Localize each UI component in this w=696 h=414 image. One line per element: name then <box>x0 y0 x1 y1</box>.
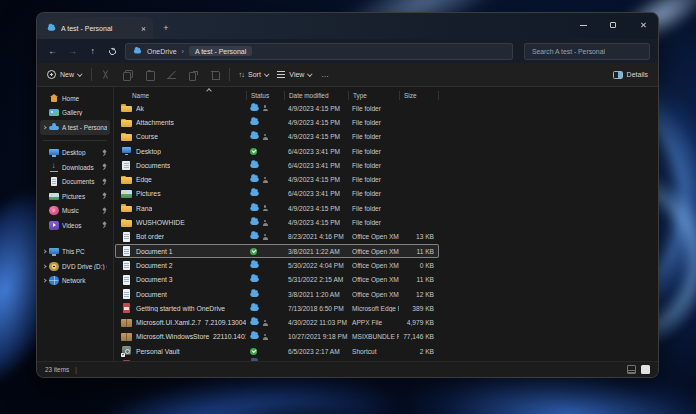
file-row[interactable]: Microsoft.WindowsStore_22110.1401.10.0..… <box>115 330 439 344</box>
appx-package-icon <box>121 317 132 328</box>
rename-icon[interactable] <box>167 70 176 79</box>
file-row[interactable]: Documents6/4/2023 3:41 PMFile folder <box>115 158 439 172</box>
up-button[interactable]: ↑ <box>85 46 100 56</box>
tab-a-test-personal[interactable]: A test - Personal <box>41 17 153 39</box>
cut-icon[interactable] <box>101 70 110 79</box>
column-header-type[interactable]: Type <box>348 91 399 100</box>
file-type: Microsoft Edge P... <box>348 305 399 312</box>
word-document-icon <box>121 231 132 242</box>
date-modified: 4/9/2023 4:15 PM <box>284 205 348 212</box>
minimize-button[interactable] <box>568 13 598 37</box>
onedrive-cloud-icon <box>48 26 56 30</box>
expand-chevron-icon[interactable] <box>42 279 46 283</box>
expand-chevron-icon[interactable] <box>42 250 46 254</box>
breadcrumb-current-folder[interactable]: A test - Personal <box>189 46 252 56</box>
share-icon[interactable] <box>189 70 198 79</box>
file-row[interactable]: Desktop6/4/2023 3:41 PMFile folder <box>115 144 439 158</box>
date-modified: 4/9/2023 4:15 PM <box>284 105 348 112</box>
cloud-status-icon <box>250 234 259 239</box>
expand-chevron-icon[interactable] <box>42 264 46 268</box>
status-cell <box>246 148 284 155</box>
details-pane-button[interactable]: Details <box>613 71 648 79</box>
breadcrumb[interactable]: OneDrive › A test - Personal <box>125 43 513 60</box>
delete-icon[interactable] <box>211 70 220 79</box>
view-button[interactable]: View <box>277 71 312 78</box>
sidebar-item-home[interactable]: Home <box>40 91 110 106</box>
sidebar-item-dvd-drive-d-ccc[interactable]: DVD Drive (D:) CCC <box>40 259 110 274</box>
sort-button[interactable]: ↑↓ Sort <box>239 70 269 79</box>
maximize-button[interactable] <box>598 13 628 37</box>
file-row[interactable]: Ak4/9/2023 4:15 PMFile folder <box>115 101 439 115</box>
status-cell <box>246 263 284 268</box>
downloads-icon <box>49 162 59 172</box>
new-plus-icon <box>47 70 56 79</box>
file-type: File folder <box>348 176 399 183</box>
tab-bar: A test - Personal + <box>37 13 658 39</box>
details-view-toggle-icon[interactable] <box>627 365 636 374</box>
file-row[interactable]: Microsoft.UI.Xaml.2.7_7.2109.13004.0_x64… <box>115 315 439 329</box>
new-button[interactable]: New <box>47 70 82 79</box>
expand-chevron-icon[interactable] <box>42 125 46 129</box>
partial-file-row[interactable] <box>115 358 439 361</box>
breadcrumb-onedrive[interactable]: OneDrive <box>147 48 177 55</box>
file-row[interactable]: Rana4/9/2023 4:15 PMFile folder <box>115 201 439 215</box>
column-header-name[interactable]: Name <box>115 91 246 100</box>
column-header-date-modified[interactable]: Date modified <box>284 91 348 100</box>
refresh-icon[interactable] <box>108 46 117 55</box>
breadcrumb-chevron-icon: › <box>182 48 184 55</box>
file-size: 12 KB <box>399 291 438 298</box>
pin-icon <box>101 179 107 185</box>
tab-close-icon[interactable] <box>141 25 147 31</box>
file-row[interactable]: Document 25/30/2022 4:04 PMOffice Open X… <box>115 258 439 272</box>
command-toolbar: New ↑↓ Sort View … Details <box>37 63 658 87</box>
new-tab-button[interactable]: + <box>158 19 174 37</box>
chevron-down-icon <box>264 71 269 76</box>
column-header-status[interactable]: Status <box>246 91 284 100</box>
file-row[interactable]: Document3/8/2021 1:20 AMOffice Open XML … <box>115 287 439 301</box>
file-row[interactable]: Edge4/9/2023 4:15 PMFile folder <box>115 172 439 186</box>
sidebar-item-label: Documents <box>62 178 98 185</box>
large-icons-view-toggle-icon[interactable] <box>641 365 650 374</box>
copy-icon[interactable] <box>123 70 132 79</box>
file-row[interactable]: Getting started with OneDrive7/13/2018 6… <box>115 301 439 315</box>
sidebar-item-music[interactable]: Music <box>40 204 110 219</box>
file-row[interactable]: Course4/9/2023 4:15 PMFile folder <box>115 130 439 144</box>
see-more-button[interactable]: … <box>321 70 329 79</box>
sidebar-item-a-test-personal[interactable]: A test - Personal <box>40 120 110 135</box>
gallery-icon <box>49 108 59 118</box>
file-row[interactable]: Bot order8/23/2021 4:16 PMOffice Open XM… <box>115 230 439 244</box>
back-button[interactable]: ← <box>45 46 60 56</box>
file-name: WUSHOWHIDE <box>136 219 185 226</box>
search-input[interactable]: Search A test - Personal <box>524 43 650 60</box>
column-header-size[interactable]: Size <box>399 91 438 100</box>
file-size: 11 KB <box>399 248 438 255</box>
new-label: New <box>60 71 74 78</box>
file-row[interactable]: Personal Vault6/5/2023 2:17 AMShortcut2 … <box>115 344 439 358</box>
file-row[interactable]: Document 13/8/2021 1:22 AMOffice Open XM… <box>115 244 439 258</box>
forward-button[interactable]: → <box>65 46 80 56</box>
sidebar-item-videos[interactable]: Videos <box>40 218 110 233</box>
file-row[interactable]: WUSHOWHIDE4/9/2023 4:15 PMFile folder <box>115 215 439 229</box>
pin-icon <box>101 208 107 214</box>
sidebar-item-pictures[interactable]: Pictures <box>40 189 110 204</box>
file-row[interactable]: Attachments4/9/2023 4:15 PMFile folder <box>115 115 439 129</box>
sidebar-item-downloads[interactable]: Downloads <box>40 160 110 175</box>
sidebar-item-desktop[interactable]: Desktop <box>40 146 110 161</box>
file-row[interactable]: Document 35/31/2022 2:15 AMOffice Open X… <box>115 273 439 287</box>
status-cell <box>246 248 284 255</box>
sidebar-item-this-pc[interactable]: This PC <box>40 245 110 260</box>
file-row[interactable]: Pictures6/4/2023 3:41 PMFile folder <box>115 187 439 201</box>
date-modified: 10/27/2021 9:18 PM <box>284 333 348 340</box>
status-cell <box>246 205 284 211</box>
sidebar-item-network[interactable]: Network <box>40 274 110 289</box>
word-document-icon <box>121 260 132 271</box>
file-size: 77,146 KB <box>399 333 438 340</box>
status-cell <box>246 163 284 168</box>
close-button[interactable] <box>628 13 658 37</box>
sidebar-item-documents[interactable]: Documents <box>40 175 110 190</box>
sidebar-item-gallery[interactable]: Gallery <box>40 106 110 121</box>
documents-icon <box>49 177 59 187</box>
paste-icon[interactable] <box>145 70 154 79</box>
msix-package-icon <box>121 331 132 342</box>
file-name-cell: Getting started with OneDrive <box>115 303 246 314</box>
